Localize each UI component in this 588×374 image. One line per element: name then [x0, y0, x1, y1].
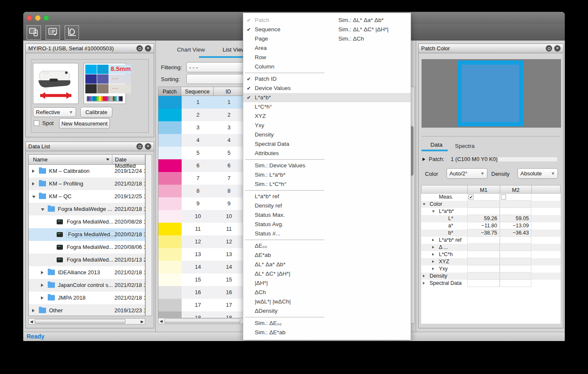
m2-checkbox[interactable]	[501, 194, 506, 199]
menu-item[interactable]: ΔDensity	[243, 306, 327, 316]
data-list-row[interactable]: Fogra MediaWed...2020/08/06 1	[29, 241, 145, 254]
menu-item[interactable]: L*a*b* ref	[243, 192, 327, 201]
id-column-header[interactable]: ID	[214, 87, 243, 96]
measurement-row[interactable]: Spectral Data	[421, 280, 561, 287]
close-panel-icon[interactable]: ✕	[145, 143, 151, 150]
data-list-row[interactable]: Fogra MediaWed...2020/02/18 1	[29, 228, 145, 241]
menu-item[interactable]: Status Avg.	[243, 220, 327, 229]
data-list-row[interactable]: JMPA 20182021/02/18 1	[29, 292, 145, 304]
menu-item[interactable]: Status Max.	[243, 210, 327, 220]
menu-item[interactable]: Sim.: ΔE*ab	[243, 328, 327, 337]
data-list-row[interactable]: Fogra MediaWed...2021/01/13 2	[29, 254, 145, 266]
disclosure-triangle[interactable]	[41, 208, 44, 211]
data-list-button[interactable]	[46, 25, 60, 40]
menu-item[interactable]: Sim.: ΔL* Δa* Δb*	[327, 16, 411, 25]
mode-dropdown[interactable]: Reflective▼	[33, 107, 76, 117]
close-panel-icon[interactable]: ✕	[145, 45, 151, 52]
measurement-row[interactable]: L*a*b*	[421, 208, 561, 215]
scroll-left-icon[interactable]: ◀	[30, 319, 33, 324]
float-panel-icon[interactable]	[546, 45, 552, 52]
measurement-row[interactable]: a*−11.80−13.09	[421, 222, 561, 229]
m1-column-header[interactable]: M1	[468, 186, 500, 193]
menu-item[interactable]: ✔Sequence	[243, 25, 327, 34]
measurement-row[interactable]: L*59.2659.05	[421, 215, 561, 222]
menu-item[interactable]: L*C*h°	[243, 102, 327, 112]
disclosure-triangle[interactable]	[41, 284, 44, 287]
data-list-row[interactable]: JapanColor control s...2021/02/18 1	[29, 279, 145, 292]
patch-disclosure-icon[interactable]	[422, 158, 425, 161]
menu-item[interactable]: |wΔL*| |wΔCh|	[243, 297, 327, 306]
menu-item[interactable]: Yxy	[243, 121, 327, 130]
measurement-tool-button[interactable]	[27, 25, 41, 40]
density-dropdown[interactable]: Absolute▼	[517, 168, 558, 179]
tab-data[interactable]: Data	[430, 142, 443, 148]
disclosure-triangle[interactable]	[432, 210, 435, 213]
menu-item[interactable]: ΔL* Δa* Δb*	[243, 260, 327, 269]
disclosure-triangle[interactable]	[432, 239, 434, 241]
menu-item[interactable]: Density ref	[243, 201, 327, 210]
data-list-row[interactable]: Fogra MediaWedge ...2021/02/18 1	[29, 203, 145, 216]
menu-item[interactable]: Page	[243, 34, 327, 44]
data-list-row[interactable]: Fogra MediaWed...2020/08/28 1	[29, 216, 145, 228]
menu-item[interactable]: ΔE₀₀	[243, 241, 327, 251]
menu-item[interactable]: Sim.: L*C*h°	[243, 180, 327, 189]
m2-column-header[interactable]: M2	[500, 186, 532, 193]
menu-item[interactable]: ΔE*ab	[243, 251, 327, 260]
date-column-header[interactable]: Date Modified	[112, 155, 145, 164]
menu-item[interactable]: Sim.: ΔL* ΔC* |ΔH*|	[327, 25, 411, 34]
spot-checkbox[interactable]	[34, 120, 39, 126]
zoom-traffic-light[interactable]	[44, 15, 49, 21]
disclosure-triangle[interactable]	[432, 268, 434, 270]
m1-checkbox[interactable]: ✔	[468, 194, 474, 199]
close-traffic-light[interactable]	[27, 15, 32, 21]
data-list-row[interactable]: Other2019/12/23 1	[29, 304, 145, 316]
menu-item[interactable]: Density	[243, 130, 327, 139]
color-dropdown[interactable]: Auto/2°▼	[446, 168, 487, 179]
tab-spectra[interactable]: Spectra	[455, 143, 475, 149]
menu-item[interactable]: ✔Patch ID	[243, 74, 327, 84]
data-list-vertical-scrollbar[interactable]	[145, 154, 152, 316]
tab-chart-view[interactable]: Chart View	[168, 46, 214, 53]
chart-view-button[interactable]	[65, 25, 79, 40]
measurement-row[interactable]: L*C*h	[421, 251, 561, 258]
scroll-left-icon[interactable]: ◀	[160, 319, 163, 323]
measurement-row[interactable]: Yxy	[421, 265, 561, 273]
menu-item[interactable]: Sim.: ΔE₀₀	[243, 319, 327, 328]
menu-item[interactable]: Status #...	[243, 229, 327, 238]
menu-item[interactable]: Attributes	[243, 149, 327, 158]
name-column-header[interactable]: Name	[29, 155, 112, 164]
menu-item[interactable]: ✔L*a*b*	[243, 93, 327, 102]
disclosure-triangle[interactable]	[32, 182, 35, 186]
disclosure-triangle[interactable]	[41, 296, 44, 300]
menu-item[interactable]: ✔Device Values	[243, 84, 327, 93]
disclosure-triangle[interactable]	[41, 271, 44, 274]
disclosure-triangle[interactable]	[32, 169, 35, 173]
measurement-row[interactable]: Color	[421, 201, 561, 208]
menu-item[interactable]: |ΔH*|	[243, 278, 327, 288]
disclosure-triangle[interactable]	[432, 246, 434, 248]
disclosure-triangle[interactable]	[432, 260, 434, 263]
menu-item[interactable]: ΔL* ΔC* |ΔH*|	[243, 269, 327, 278]
menu-item[interactable]: ΔCh	[243, 288, 327, 297]
close-panel-icon[interactable]: ✕	[554, 45, 561, 52]
disclosure-triangle[interactable]	[32, 309, 35, 312]
measurement-row[interactable]: XYZ	[421, 258, 561, 265]
float-panel-icon[interactable]	[136, 45, 143, 52]
measurement-row[interactable]: L*a*b* ref	[421, 237, 561, 244]
menu-item[interactable]: XYZ	[243, 112, 327, 121]
menu-item[interactable]: Sim.: ΔCh	[327, 34, 411, 44]
menu-item[interactable]: ✔Patch	[243, 16, 327, 25]
data-list-row[interactable]: KM – Calibration2019/12/24 1	[29, 165, 145, 177]
calibrate-button[interactable]: Calibrate	[80, 107, 112, 117]
menu-item[interactable]: Area	[243, 44, 327, 53]
disclosure-triangle[interactable]	[423, 203, 425, 205]
data-list-row[interactable]: KM – Profiling2021/02/18 1	[29, 177, 145, 190]
disclosure-triangle[interactable]	[423, 275, 425, 277]
disclosure-triangle[interactable]	[432, 253, 434, 256]
measurement-row[interactable]: Meas. Cond.✔	[421, 194, 561, 201]
sequence-column-header[interactable]: Sequence	[181, 87, 214, 96]
menu-item[interactable]: Spectral Data	[243, 139, 327, 149]
measurement-row[interactable]: Density	[421, 273, 561, 280]
patch-column-header[interactable]: Patch	[158, 87, 181, 96]
float-panel-icon[interactable]	[136, 143, 143, 150]
